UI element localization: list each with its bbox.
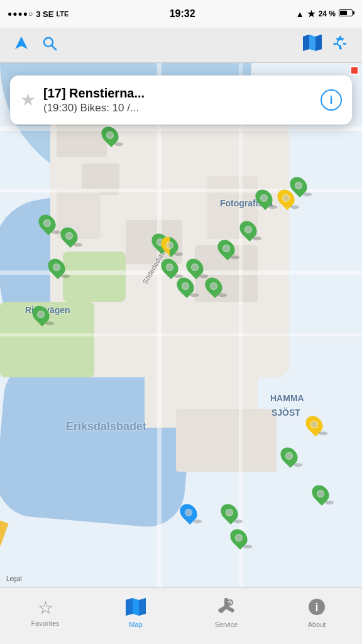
status-right: ▲ ★ 24 % [296, 9, 354, 19]
svg-marker-5 [315, 35, 322, 51]
svg-marker-10 [139, 598, 146, 616]
svg-marker-9 [126, 598, 133, 616]
road-h3 [0, 333, 362, 336]
city-block-8 [176, 409, 277, 472]
map-pin-9[interactable] [206, 277, 221, 296]
map-pin-21[interactable] [181, 503, 196, 522]
svg-marker-4 [303, 35, 309, 51]
about-icon: i [308, 598, 326, 618]
search-button[interactable] [41, 35, 58, 55]
map-pin-11[interactable] [241, 220, 256, 239]
info-button[interactable]: i [321, 89, 342, 111]
map-background: Söderledstunnel Stockholmer Schloss ABBA… [0, 63, 362, 587]
map-pin-2[interactable] [62, 226, 77, 245]
map-pin-14[interactable] [282, 447, 297, 465]
legal-text: Legal [6, 575, 21, 582]
location-icon: ▲ [296, 9, 304, 19]
service-icon [217, 598, 235, 618]
map-pin-18[interactable] [278, 189, 293, 208]
service-label: Service [215, 621, 238, 628]
map-view-button[interactable] [303, 35, 322, 55]
favorites-label: Favorites [31, 619, 59, 627]
map-container[interactable]: Söderledstunnel Stockholmer Schloss ABBA… [0, 63, 362, 587]
status-bar: ●●●●○ 3 SE LTE 19:32 ▲ ★ 24 % [0, 0, 362, 28]
callout-text: [17] Renstierna... (19:30) Bikes: 10 /..… [43, 86, 313, 114]
map-pin-20[interactable] [162, 236, 177, 255]
map-pin-15[interactable] [313, 484, 328, 503]
road-h1 [0, 126, 362, 131]
battery-icon [339, 9, 354, 18]
favorite-star[interactable]: ★ [20, 91, 36, 109]
map-label-eriksdalsbadet: Eriksdalsbadet [66, 420, 146, 433]
location-button[interactable] [13, 34, 30, 56]
map-pin-10[interactable] [219, 239, 234, 258]
map-pin-19[interactable] [307, 415, 322, 434]
callout-title: [17] Renstierna... [43, 86, 313, 101]
map-pin-0[interactable] [102, 126, 118, 145]
svg-point-7 [338, 40, 343, 45]
svg-marker-0 [15, 36, 28, 49]
road-h2 [0, 189, 362, 192]
bluetooth-icon: ★ [307, 9, 315, 19]
settings-button[interactable] [332, 34, 349, 56]
map-label: Map [129, 621, 142, 628]
about-label: About [308, 621, 326, 628]
tab-bar: ☆ Favorites Map Service [0, 587, 362, 644]
callout-popup[interactable]: ★ [17] Renstierna... (19:30) Bikes: 10 /… [10, 75, 352, 125]
tab-favorites[interactable]: ☆ Favorites [0, 588, 90, 644]
map-pin-6[interactable] [162, 258, 177, 277]
tab-about[interactable]: i About [272, 588, 362, 644]
svg-text:i: i [315, 601, 318, 614]
road-v2 [239, 63, 243, 587]
tab-map[interactable]: Map [90, 588, 181, 644]
callout-subtitle: (19:30) Bikes: 10 /... [43, 102, 313, 114]
notification-dot [350, 66, 359, 75]
map-pin-1[interactable] [40, 214, 55, 233]
map-pin-4[interactable] [33, 305, 48, 324]
map-pin-8[interactable] [187, 258, 202, 277]
signal-dots: ●●●●○ [8, 9, 33, 18]
park-1 [63, 252, 126, 302]
map-pin-17[interactable] [231, 528, 246, 547]
network-type: LTE [56, 10, 69, 18]
carrier-label: 3 SE [36, 9, 53, 19]
map-label-hamma: HAMMA [270, 393, 304, 403]
svg-line-2 [52, 45, 57, 50]
map-tab-icon [126, 598, 146, 618]
map-pin-12[interactable] [256, 189, 272, 208]
map-pin-7[interactable] [178, 277, 193, 296]
top-toolbar [0, 28, 362, 63]
battery-percent: 24 % [319, 9, 336, 18]
clock: 19:32 [170, 8, 195, 19]
map-pin-16[interactable] [222, 503, 237, 522]
map-label-sjoest: SJÖST [272, 408, 300, 418]
map-pin-3[interactable] [49, 258, 64, 277]
city-block-1 [57, 119, 107, 157]
status-left: ●●●●○ 3 SE LTE [8, 9, 69, 19]
favorites-icon: ☆ [38, 599, 53, 617]
road-v1 [157, 63, 162, 587]
tab-service[interactable]: Service [181, 588, 272, 644]
